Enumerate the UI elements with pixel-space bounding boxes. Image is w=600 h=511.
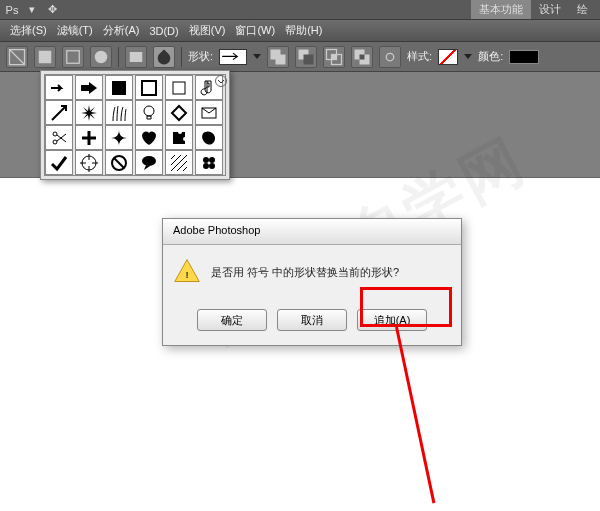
menu-window[interactable]: 窗口(W) (231, 21, 279, 40)
svg-rect-7 (304, 54, 314, 64)
app-titlebar: Ps ▾ ✥ 基本功能 设计 绘 (0, 0, 600, 20)
shape-arrow-bold-icon[interactable] (75, 75, 103, 100)
menu-analysis[interactable]: 分析(A) (99, 21, 144, 40)
shape-burst-icon[interactable] (75, 100, 103, 125)
shape-preview[interactable] (219, 49, 247, 65)
shape-heart-icon[interactable] (135, 125, 163, 150)
color-swatch[interactable] (509, 50, 539, 64)
options-bar: 形状: 样式: 颜色: (0, 42, 600, 72)
cancel-button[interactable]: 取消 (277, 309, 347, 331)
svg-rect-0 (39, 50, 52, 63)
shape-frame-icon[interactable] (135, 75, 163, 100)
workspace-tab-design[interactable]: 设计 (531, 0, 569, 19)
shape-target-icon[interactable] (75, 150, 103, 175)
svg-point-26 (203, 163, 209, 169)
dialog-message: 是否用 符号 中的形状替换当前的形状? (211, 265, 399, 280)
shape-scissors-icon[interactable] (45, 125, 73, 150)
warning-icon: ! (173, 257, 201, 287)
shape-arrow-icon[interactable] (45, 75, 73, 100)
tool-preset-icon[interactable] (6, 46, 28, 68)
svg-point-27 (209, 163, 215, 169)
combine-exclude-icon[interactable] (351, 46, 373, 68)
combine-intersect-icon[interactable] (323, 46, 345, 68)
link-icon[interactable] (379, 46, 401, 68)
menu-help[interactable]: 帮助(H) (281, 21, 326, 40)
pathmode-shape-icon[interactable] (34, 46, 56, 68)
svg-point-17 (144, 106, 154, 116)
svg-rect-3 (130, 52, 143, 62)
shape-label: 形状: (188, 49, 213, 64)
svg-point-19 (53, 132, 57, 136)
svg-point-24 (203, 157, 209, 163)
shape-plus-icon[interactable] (75, 125, 103, 150)
panel-menu-icon[interactable] (215, 75, 227, 87)
shapes-picker-panel (40, 70, 230, 180)
menu-3d[interactable]: 3D(D) (145, 23, 182, 39)
shape-puzzle-icon[interactable] (165, 125, 193, 150)
pathmode-fill-icon[interactable] (90, 46, 112, 68)
shape-grass-icon[interactable] (105, 100, 133, 125)
shapes-grid (44, 74, 226, 176)
svg-point-20 (53, 140, 57, 144)
svg-text:!: ! (185, 269, 188, 280)
svg-rect-15 (142, 81, 156, 95)
combine-subtract-icon[interactable] (295, 46, 317, 68)
svg-point-2 (95, 50, 108, 63)
shape-clover-icon[interactable] (195, 150, 223, 175)
svg-rect-1 (67, 50, 80, 63)
menu-select[interactable]: 选择(S) (6, 21, 51, 40)
workspace-tab-paint[interactable]: 绘 (569, 0, 596, 19)
style-label: 样式: (407, 49, 432, 64)
svg-rect-14 (112, 81, 126, 95)
pathmode-path-icon[interactable] (62, 46, 84, 68)
svg-rect-13 (360, 54, 365, 59)
combine-add-icon[interactable] (267, 46, 289, 68)
workspace-tab-basic[interactable]: 基本功能 (471, 0, 531, 19)
shape-rect-icon[interactable] (125, 46, 147, 68)
hand-icon[interactable]: ✥ (44, 2, 60, 18)
svg-point-23 (142, 156, 156, 166)
shape-diamond-icon[interactable] (165, 100, 193, 125)
shape-square-outline-icon[interactable] (165, 75, 193, 100)
ok-button[interactable]: 确定 (197, 309, 267, 331)
svg-rect-10 (332, 54, 337, 59)
menu-filter[interactable]: 滤镜(T) (53, 21, 97, 40)
svg-point-25 (209, 157, 215, 163)
shape-sparkle-icon[interactable] (105, 125, 133, 150)
shape-dropdown-icon[interactable] (253, 54, 261, 59)
shape-bulb-icon[interactable] (135, 100, 163, 125)
style-dropdown-icon[interactable] (464, 54, 472, 59)
color-label: 颜色: (478, 49, 503, 64)
style-swatch[interactable] (438, 49, 458, 65)
shape-hatch-icon[interactable] (165, 150, 193, 175)
shape-custom-icon[interactable] (153, 46, 175, 68)
shape-arrow2-icon[interactable] (45, 100, 73, 125)
shape-nosign-icon[interactable] (105, 150, 133, 175)
shape-envelope-icon[interactable] (195, 100, 223, 125)
svg-rect-5 (276, 54, 286, 64)
shape-square-icon[interactable] (105, 75, 133, 100)
menu-bar: 选择(S) 滤镜(T) 分析(A) 3D(D) 视图(V) 窗口(W) 帮助(H… (0, 20, 600, 42)
annotation-arrow (395, 327, 435, 504)
dialog-title: Adobe Photoshop (163, 219, 461, 245)
menu-view[interactable]: 视图(V) (185, 21, 230, 40)
shape-speech-icon[interactable] (135, 150, 163, 175)
shape-blob-icon[interactable] (195, 125, 223, 150)
annotation-highlight (360, 287, 452, 327)
ps-logo-icon: Ps (4, 2, 20, 18)
shape-check-icon[interactable] (45, 150, 73, 175)
svg-rect-16 (173, 82, 185, 94)
layout-icon[interactable]: ▾ (24, 2, 40, 18)
